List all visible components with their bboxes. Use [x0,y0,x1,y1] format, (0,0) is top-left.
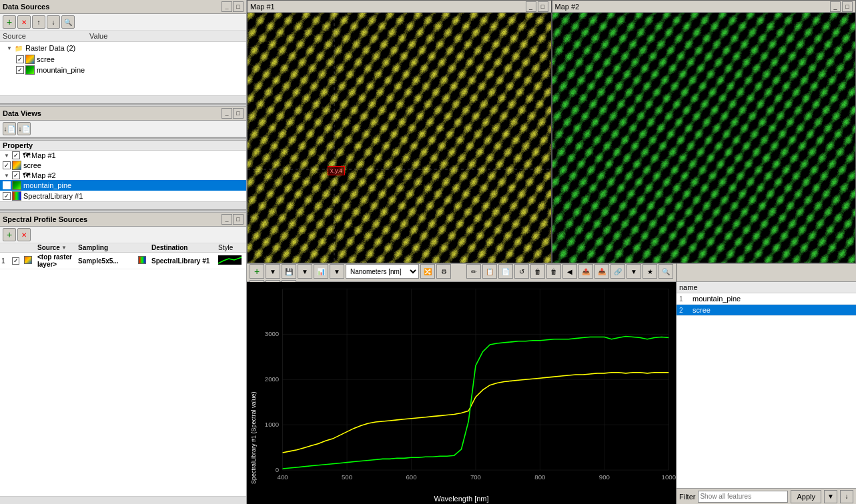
spec-lib-row-2[interactable]: 2 scree [677,305,856,316]
spec-paste-btn[interactable]: 📄 [498,264,513,279]
spec-add-btn[interactable]: + [250,264,264,279]
spectral-ylabel: SpectralLibrary #1 (Spectral value) [250,282,257,484]
map1-max[interactable]: □ [538,1,548,12]
sps-remove-btn[interactable]: ✕ [17,228,31,241]
sps-row1-source[interactable]: <top raster layer> [37,253,78,268]
dv-minimize-btn[interactable]: _ [222,108,232,119]
ds-scree-check[interactable] [16,55,24,63]
spec-link-btn[interactable]: 🔗 [610,264,625,279]
svg-text:1000: 1000 [265,421,279,428]
spec-refresh-btn[interactable]: ↺ [514,264,529,279]
ds-search-btn[interactable]: 🔍 [61,15,75,29]
ds-pine-icon [25,65,35,75]
spec-dropdown-btn[interactable]: ▼ [266,264,280,279]
spec-tool2[interactable]: ⚙ [436,264,451,279]
sps-sampling-col: Sampling [78,244,138,251]
map1-canvas[interactable] [248,13,551,263]
map1-min[interactable]: _ [526,1,536,12]
spec-copy-btn[interactable]: 📋 [482,264,497,279]
dv-remove-btn[interactable]: ↓📄 [17,122,31,135]
map2-content [552,13,856,263]
prop-map2-expand: ▼ [3,171,11,179]
ds-pine-item[interactable]: mountain_pine [0,65,246,75]
prop-map2-item[interactable]: ▼ 🗺 Map #2 [0,171,246,180]
ds-scree-item[interactable]: scree [0,54,246,65]
filter-input[interactable] [698,491,788,503]
prop-pine-item[interactable]: mountain_pine [0,180,246,191]
spec-layer-dropdown-btn[interactable]: ▼ [330,264,344,279]
map2-min[interactable]: _ [830,1,841,12]
apply-button[interactable]: Apply [791,490,821,503]
ds-up-btn[interactable]: ↑ [32,15,45,29]
sps-add-btn[interactable]: + [3,228,16,241]
maps-row: Map #1 _ □ x,y,4 Map #2 _ [247,0,856,263]
spec-edit-btn[interactable]: ✏ [466,264,481,279]
spec-layer-btn[interactable]: 📊 [314,264,328,279]
spec-save-btn[interactable]: 💾 [282,264,296,279]
map2-canvas[interactable] [552,13,856,263]
ds-add-btn[interactable]: + [3,15,16,29]
prop-hscroll[interactable] [0,201,246,209]
ds-hscroll[interactable] [0,95,246,103]
svg-text:3000: 3000 [265,331,279,338]
map2-max[interactable]: □ [842,1,853,12]
prop-pine-label: mountain_pine [23,181,71,189]
sps-row1-icon [24,256,37,265]
sps-source-col[interactable]: Source ▼ [37,244,78,251]
sps-row1-dest[interactable]: SpectralLibrary #1 [151,257,218,265]
spec-import-btn[interactable]: 📥 [594,264,609,279]
prop-speclib-item[interactable]: SpectralLibrary #1 [0,191,246,201]
ds-minimize-btn[interactable]: _ [222,1,232,12]
map1-panel[interactable]: Map #1 _ □ x,y,4 [247,0,552,263]
map2-panel[interactable]: Map #2 _ □ [552,0,857,263]
spec-filter-btn[interactable]: ▼ [626,264,641,279]
prop-map2-check[interactable] [12,171,20,179]
spec-lib-name-col: name [679,283,698,291]
prop-pine-icon [12,181,21,190]
prop-map1-check[interactable] [12,151,20,159]
sps-close-btn[interactable]: □ [233,214,244,225]
ds-raster-group[interactable]: ▼ 📁 Raster Data (2) [0,42,246,54]
spec-tool1[interactable]: 🔀 [420,264,435,279]
svg-text:1000: 1000 [662,473,676,481]
svg-text:900: 900 [599,473,610,481]
data-sources-titlebar: Data Sources _ □ [0,0,246,14]
filter-icon-btn2[interactable]: ↓ [840,490,853,503]
ds-pine-check[interactable] [16,66,24,74]
sps-dest-col: Destination [151,244,218,251]
prop-map1-item[interactable]: ▼ 🗺 Map #1 [0,151,246,160]
spec-zoom-btn[interactable]: 🔍 [659,264,673,279]
ds-scree-label: scree [37,55,55,63]
sps-hscroll[interactable] [0,496,246,504]
ds-close-btn[interactable]: □ [233,1,244,12]
spec-export-btn[interactable]: 📤 [578,264,593,279]
svg-rect-0 [247,282,676,484]
spec-tool3[interactable]: ◀ [562,264,577,279]
map1-title: Map #1 [250,3,275,11]
spec-save-dropdown-btn[interactable]: ▼ [298,264,312,279]
prop-speclib-check[interactable] [3,192,11,200]
spec-del2-btn[interactable]: 🗑 [546,264,561,279]
prop-scree-check[interactable] [3,161,11,169]
sps-row-1[interactable]: 1 <top raster layer> Sample5x5... Spectr… [0,253,246,269]
filter-icon-btn[interactable]: ▼ [824,490,837,503]
prop-pine-check[interactable] [3,181,11,189]
dv-add-btn[interactable]: ↓📄 [3,122,16,135]
sps-row1-sampling[interactable]: Sample5x5... [78,257,138,265]
sps-minimize-btn[interactable]: _ [222,214,232,225]
map1-titlebar: Map #1 _ □ [248,1,551,13]
sps-style-col: Style [218,244,245,251]
dv-close-btn[interactable]: □ [233,108,244,119]
spec-del-btn[interactable]: 🗑 [530,264,545,279]
wavelength-unit-select[interactable]: Nanometers [nm] [346,264,419,279]
sps-row1-num: 1 [1,257,12,265]
spec-star-btn[interactable]: ★ [643,264,657,279]
spec-lib-row2-num: 2 [679,307,693,314]
sps-row1-check[interactable] [12,257,24,265]
prop-scree-item[interactable]: scree [0,160,246,171]
ds-remove-btn[interactable]: ✕ [17,15,31,29]
ds-down-btn[interactable]: ↓ [47,15,60,29]
data-views-title: Data Views [3,109,41,117]
spec-lib-row-1[interactable]: 1 mountain_pine [677,293,856,305]
ds-scree-icon [25,55,35,64]
